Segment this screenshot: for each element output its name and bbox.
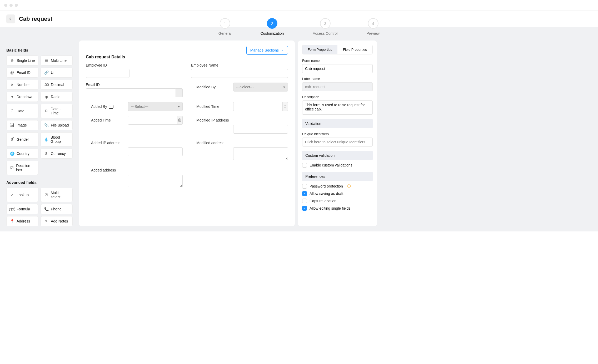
form-name-label: Form name (302, 59, 373, 63)
field-tile-radio[interactable]: ◉Radio (41, 92, 73, 102)
field-modified-ip[interactable]: Modified IP address (191, 116, 288, 134)
tab-field-properties[interactable]: Field Properties (337, 45, 372, 54)
currency-icon: $ (44, 151, 49, 156)
enable-custom-validation-row[interactable]: Enable custom validations (302, 163, 373, 168)
tab-form-properties[interactable]: Form Properties (302, 45, 337, 54)
back-button[interactable] (6, 14, 15, 23)
checkbox-unchecked[interactable] (302, 163, 307, 168)
field-tile-country[interactable]: 🌐Country (6, 149, 38, 159)
modified-address-input[interactable] (233, 147, 288, 160)
email-suffix-button[interactable] (176, 88, 183, 97)
field-tile-multi-line[interactable]: ☰Multi Line (41, 55, 73, 65)
field-added-by[interactable]: Added By⟟ ---Select--- ▾ (86, 102, 183, 111)
lookup-badge-icon: ⟟ (109, 105, 113, 109)
field-modified-address[interactable]: Modified address (191, 138, 288, 161)
field-employee-name[interactable]: Employee Name (191, 63, 288, 78)
step-access-control[interactable]: 3 Access Control (313, 18, 337, 36)
allow-edit-single-row[interactable]: Allow editing single fields (302, 206, 373, 211)
unique-identifiers-input[interactable] (302, 138, 373, 146)
field-tile-single-line[interactable]: ⊕Single Line (6, 55, 38, 65)
info-icon[interactable]: ⓘ (347, 184, 351, 189)
field-tile-add-notes[interactable]: ✎Add Notes (41, 216, 73, 226)
decision-box-icon: ☑ (10, 166, 14, 170)
step-preview[interactable]: 4 Preview (366, 18, 380, 36)
checkbox-checked[interactable] (302, 191, 307, 196)
url-icon: 🔗 (44, 70, 49, 75)
add-notes-icon: ✎ (44, 219, 49, 223)
traffic-light-close[interactable] (4, 4, 7, 7)
date-icon: 🗓 (10, 109, 14, 113)
modified-by-select[interactable]: ---Select--- ▾ (233, 83, 288, 92)
calendar-icon[interactable]: 🗓 (282, 102, 288, 111)
step-general[interactable]: 1 General (218, 18, 232, 36)
field-modified-by[interactable]: Modified By ---Select--- ▾ (191, 83, 288, 97)
traffic-light-min[interactable] (9, 4, 13, 7)
field-tile-blood-group[interactable]: 💧Blood Group (41, 132, 73, 146)
label-name-input (302, 82, 373, 91)
field-tile-date-time[interactable]: 🗓Date - Time (41, 104, 73, 118)
page-title: Cab request (19, 16, 52, 22)
checkbox-checked[interactable] (302, 206, 307, 211)
field-tile-image[interactable]: 🖼Image (6, 120, 38, 130)
employee-id-input[interactable] (86, 69, 129, 78)
added-ip-input[interactable] (128, 147, 183, 156)
field-tile-file-upload[interactable]: 📎File upload (41, 120, 73, 130)
capture-location-row[interactable]: Capture location (302, 199, 373, 203)
wizard-steps: 1 General 2 Customization 3 Access Contr… (218, 18, 380, 36)
field-tile-phone[interactable]: 📞Phone (41, 204, 73, 214)
field-tile-decision-box[interactable]: ☑Decision box (6, 161, 38, 175)
file-upload-icon: 📎 (44, 123, 49, 127)
allow-draft-row[interactable]: Allow saving as draft (302, 191, 373, 196)
field-tile-decimal[interactable]: .00Decimal (41, 80, 73, 90)
checkbox-unchecked[interactable] (302, 184, 307, 189)
field-tile-multi-select[interactable]: ☑Multi-select (41, 188, 73, 202)
employee-name-input[interactable] (191, 69, 288, 78)
form-name-input[interactable] (302, 64, 373, 73)
field-added-ip[interactable]: Added IP address (86, 138, 183, 161)
field-email-id[interactable]: Email ID (86, 83, 183, 97)
added-time-input[interactable] (165, 116, 177, 124)
number-icon: # (10, 83, 14, 87)
field-added-time[interactable]: Added Time 🗓 (86, 116, 183, 134)
field-tile-gender[interactable]: ⚥Gender (6, 132, 38, 146)
email-id-icon: @ (10, 70, 14, 75)
modified-time-input[interactable] (270, 102, 282, 111)
field-tile-date[interactable]: 🗓Date (6, 104, 38, 118)
field-tile-email-id[interactable]: @Email ID (6, 68, 38, 78)
field-tile-formula[interactable]: ƒ(x)Formula (6, 204, 38, 214)
fields-palette: Basic fields ⊕Single Line☰Multi Line@Ema… (0, 41, 79, 231)
manage-sections-button[interactable]: Manage Sections (246, 46, 288, 55)
field-tile-address[interactable]: 📍Address (6, 216, 38, 226)
field-tile-url[interactable]: 🔗Url (41, 68, 73, 78)
window-chrome (0, 0, 598, 11)
description-input[interactable]: This form is used to raise request for o… (302, 100, 373, 115)
field-tile-number[interactable]: #Number (6, 80, 38, 90)
multi-line-icon: ☰ (44, 58, 49, 63)
formula-icon: ƒ(x) (10, 207, 14, 211)
properties-panel: Form Properties Field Properties Form na… (298, 41, 377, 226)
single-line-icon: ⊕ (10, 58, 14, 63)
chevron-down-icon: ▾ (178, 104, 180, 109)
decimal-icon: .00 (44, 83, 49, 87)
added-by-select[interactable]: ---Select--- ▾ (128, 102, 183, 111)
section-title: Cab request Details (86, 55, 288, 59)
traffic-light-max[interactable] (15, 4, 18, 7)
email-id-input[interactable] (86, 88, 176, 97)
field-employee-id[interactable]: Employee ID (86, 63, 183, 78)
chevron-down-icon (281, 49, 284, 52)
checkbox-unchecked[interactable] (302, 199, 307, 203)
field-tile-dropdown[interactable]: ▾Dropdown (6, 92, 38, 102)
added-address-input[interactable] (128, 175, 183, 187)
label-name-label: Label name (302, 77, 373, 81)
calendar-icon[interactable]: 🗓 (177, 116, 182, 124)
unique-identifiers-label: Unique Identifiers (302, 132, 373, 136)
gender-icon: ⚥ (10, 137, 14, 141)
field-modified-time[interactable]: Modified Time 🗓 (191, 102, 288, 111)
step-customization[interactable]: 2 Customization (261, 18, 284, 36)
modified-ip-input[interactable] (233, 125, 288, 134)
field-added-address[interactable]: Added address (86, 166, 183, 188)
field-tile-currency[interactable]: $Currency (41, 149, 73, 159)
password-protection-row[interactable]: Password protection ⓘ (302, 184, 373, 189)
field-tile-lookup[interactable]: ↗Lookup (6, 188, 38, 202)
dropdown-icon: ▾ (10, 95, 14, 99)
